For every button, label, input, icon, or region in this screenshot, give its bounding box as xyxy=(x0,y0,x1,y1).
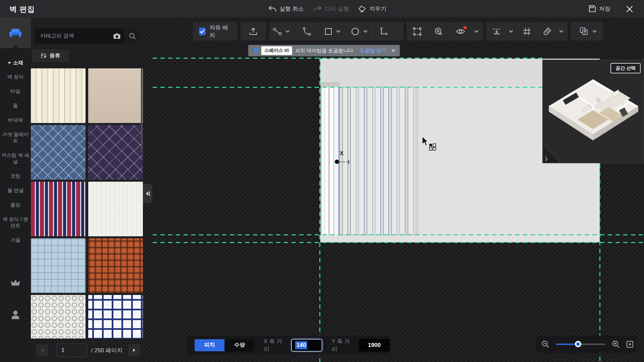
paint-button[interactable] xyxy=(539,22,555,41)
rect-tool-chevron[interactable] xyxy=(336,30,342,33)
pitch-datum-marker[interactable]: X xyxy=(333,150,357,167)
floorplan-3d-preview[interactable]: 공간 선택 xyxy=(542,60,644,163)
material-cream-stripe-wallpaper[interactable] xyxy=(31,68,86,123)
duplicate-chevron[interactable] xyxy=(592,30,599,33)
sofa-icon xyxy=(9,27,22,38)
paint-chevron[interactable] xyxy=(559,30,566,33)
material-white-wood-panel[interactable] xyxy=(88,182,143,236)
align-button[interactable] xyxy=(488,22,505,41)
close-icon xyxy=(626,6,633,12)
circle-tool-chevron[interactable] xyxy=(363,30,370,33)
sidebar-item-coating[interactable]: 코팅 xyxy=(0,169,31,183)
checkbox-checked-icon[interactable] xyxy=(199,27,206,35)
page-number-input[interactable] xyxy=(56,344,87,357)
line-tool-chevron[interactable] xyxy=(285,30,292,33)
free-place-label: 자유 배치 xyxy=(209,24,231,39)
fit-view-button[interactable] xyxy=(624,340,636,348)
guide-line-right-vertical xyxy=(599,164,600,362)
panel-scrollbar[interactable] xyxy=(141,68,143,152)
category-group-materials[interactable]: 소재 xyxy=(8,60,23,66)
guide-line-top xyxy=(153,58,542,59)
free-place-toggle[interactable]: 자유 배치 xyxy=(193,22,237,41)
premium-button[interactable] xyxy=(0,278,31,287)
inset-resize-handle[interactable] xyxy=(543,145,561,163)
zoom-slider-thumb[interactable] xyxy=(575,341,581,347)
y-distance-input[interactable]: 1900 xyxy=(359,339,390,352)
zoom-out-button[interactable] xyxy=(539,340,551,348)
save-button[interactable]: 저장 xyxy=(589,3,610,14)
view-tools-group xyxy=(407,22,483,41)
upload-icon xyxy=(249,27,258,36)
quantity-mode-button[interactable]: 수량 xyxy=(224,339,254,351)
mouse-cursor xyxy=(421,136,436,152)
select-space-button[interactable]: 공간 선택 xyxy=(610,63,641,73)
duplicate-icon xyxy=(579,27,589,36)
sidebar-item-flooring[interactable]: 바닥재 xyxy=(0,113,31,127)
sidebar-item-wall-decor-pendant[interactable]: 벽 장식 / 펜던트 xyxy=(0,212,31,233)
material-gray-circle-tile[interactable] xyxy=(31,295,86,339)
material-red-navy-stripe-pattern[interactable] xyxy=(31,182,86,236)
next-page-button[interactable] xyxy=(128,344,140,356)
grid-toggle-button[interactable] xyxy=(519,22,535,41)
search-input[interactable] xyxy=(35,28,110,44)
notification-message: 피치 데이텀을 토글합니다 xyxy=(295,48,353,54)
sidebar-item-custom-wall-panel[interactable]: 커스텀 벽 패널 xyxy=(0,148,31,169)
align-chevron[interactable] xyxy=(509,30,515,33)
image-search-button[interactable] xyxy=(110,28,124,44)
material-orange-grid-panel[interactable] xyxy=(88,238,143,293)
save-label: 저장 xyxy=(599,5,610,13)
y-distance-value: 1900 xyxy=(362,342,386,349)
sort-label: 종류 xyxy=(50,52,60,59)
material-blue-mosaic-tile[interactable] xyxy=(31,238,86,293)
arrange-tools-group xyxy=(486,22,568,41)
erase-button[interactable]: 지우기 xyxy=(358,3,386,14)
close-button[interactable] xyxy=(625,4,635,14)
search-button[interactable] xyxy=(124,28,140,44)
visibility-button[interactable] xyxy=(452,22,469,41)
dimension-tool-button[interactable] xyxy=(375,22,391,41)
zoom-slider[interactable] xyxy=(556,344,605,345)
undo-button[interactable]: 실행 취소 xyxy=(268,3,304,14)
circle-tool-icon xyxy=(351,27,360,36)
sidebar-item-molding[interactable]: 몰딩 xyxy=(0,197,31,212)
sidebar-item-stone[interactable]: 돌 xyxy=(0,98,31,113)
datum-dot[interactable] xyxy=(335,160,339,164)
top-bar: 벽 편집 실행 취소 다시 실행 지우기 xyxy=(0,0,644,17)
category-group-label: 소재 xyxy=(13,60,23,66)
sidebar-item-wall-panel[interactable]: 월 판넬 xyxy=(0,183,31,197)
material-purple-lattice-pattern[interactable] xyxy=(88,125,143,180)
rect-tool-button[interactable] xyxy=(321,22,336,41)
redo-button[interactable]: 다시 실행 xyxy=(314,3,349,14)
curve-tool-button[interactable] xyxy=(299,22,315,41)
notification-close-icon[interactable]: ✕ xyxy=(391,47,396,54)
sidebar-item-tile[interactable]: 타일 xyxy=(0,84,31,98)
sort-type-button[interactable]: 종류 xyxy=(32,49,69,62)
material-beige-plain-wallpaper[interactable] xyxy=(88,68,143,123)
account-button[interactable] xyxy=(0,310,31,320)
bell-icon xyxy=(253,48,259,54)
line-tool-button[interactable] xyxy=(269,22,285,41)
upload-button[interactable] xyxy=(245,22,262,41)
pagination: / 250 페이지 xyxy=(31,339,143,362)
sort-icon xyxy=(41,53,47,58)
marquee-select-button[interactable] xyxy=(409,22,425,41)
circle-tool-button[interactable] xyxy=(347,22,363,41)
sidebar-item-mirror[interactable]: 거울 xyxy=(0,233,31,247)
x-distance-input[interactable]: 140 xyxy=(291,339,322,352)
sidebar-item-wall-decor[interactable]: 벽 장식 xyxy=(0,69,31,84)
duplicate-button[interactable] xyxy=(576,22,592,41)
close-help-link[interactable]: 도움말 닫기 xyxy=(360,48,386,54)
tape-measure-button[interactable] xyxy=(430,22,447,41)
guide-line-upper xyxy=(153,87,542,88)
duplicate-group xyxy=(571,22,603,41)
visibility-chevron[interactable] xyxy=(474,30,481,33)
zoom-in-button[interactable] xyxy=(610,340,622,348)
prev-page-button[interactable] xyxy=(36,344,48,356)
material-blue-lattice-pattern[interactable] xyxy=(31,125,86,180)
sidebar-item-gusset-plate[interactable]: 거셋 플레이트 xyxy=(0,127,31,148)
material-navy-cross-tile[interactable] xyxy=(88,295,143,339)
guide-line-bottom xyxy=(153,242,644,243)
collapse-panel-tab[interactable] xyxy=(143,184,152,203)
materials-tool-tab[interactable] xyxy=(0,17,31,48)
pitch-mode-button[interactable]: 피치 xyxy=(195,339,224,351)
